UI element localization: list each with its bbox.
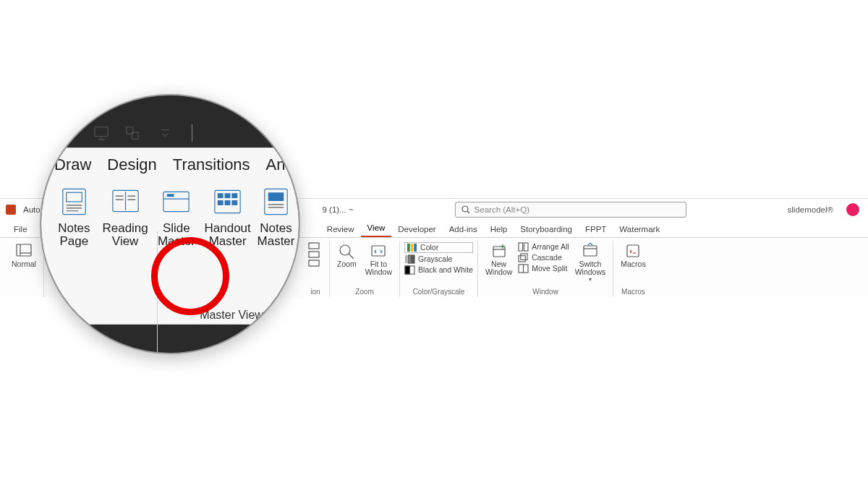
group-macros-label: Macros — [618, 287, 648, 297]
group-presentation-views-label — [9, 287, 39, 297]
svg-rect-15 — [409, 255, 412, 263]
reading-view-label: Reading View — [102, 222, 148, 248]
svg-rect-57 — [218, 200, 224, 205]
fit-to-window-button[interactable]: Fit to Window — [362, 241, 395, 276]
grayscale-label: Grayscale — [418, 255, 452, 264]
search-input[interactable]: Search (Alt+Q) — [455, 202, 686, 218]
cascade-button[interactable]: Cascade — [518, 253, 569, 262]
cascade-label: Cascade — [532, 254, 561, 262]
group-master-views-fragment-label: ion — [306, 287, 325, 297]
slide-master-button[interactable]: Slide Master — [151, 186, 203, 248]
qat-customize-icon[interactable] — [156, 125, 174, 141]
chevron-down-icon: ▾ — [589, 277, 592, 283]
tab-fppt[interactable]: FPPT — [579, 222, 613, 237]
svg-rect-26 — [521, 254, 527, 260]
slideshow-qat-icon[interactable] — [92, 125, 111, 141]
notes-master-button[interactable]: Notes Master — [253, 186, 299, 248]
svg-rect-23 — [519, 243, 523, 251]
svg-rect-2 — [17, 244, 31, 256]
tab-file[interactable]: File — [7, 222, 34, 237]
fit-to-window-label: Fit to Window — [365, 260, 392, 276]
svg-rect-52 — [167, 194, 174, 197]
normal-view-button[interactable]: Normal — [9, 241, 39, 268]
black-white-button[interactable]: Black and White — [404, 265, 473, 275]
notes-page-label: Notes Page — [58, 222, 90, 248]
group-window-label: Window — [482, 287, 608, 297]
username: slidemodel® — [788, 205, 833, 214]
group-zoom-label: Zoom — [334, 287, 395, 297]
new-window-button[interactable]: New Window — [482, 241, 515, 276]
mag-group-separator — [157, 231, 158, 354]
zoom-button[interactable]: Zoom — [334, 241, 359, 268]
svg-point-8 — [340, 245, 350, 255]
group-color-grayscale: Color Grayscale Black and White Color/Gr… — [400, 241, 478, 297]
switch-windows-button[interactable]: Switch Windows ▾ — [572, 241, 609, 283]
grayscale-button[interactable]: Grayscale — [404, 254, 473, 264]
group-color-label: Color/Grayscale — [404, 287, 473, 297]
zoom-label: Zoom — [337, 260, 357, 268]
svg-rect-14 — [405, 255, 408, 263]
notes-master-label: Notes Master — [258, 222, 295, 248]
svg-rect-55 — [225, 193, 231, 198]
search-icon — [461, 205, 470, 214]
svg-rect-10 — [372, 246, 385, 256]
svg-rect-18 — [405, 266, 410, 274]
svg-line-1 — [467, 211, 469, 213]
svg-rect-13 — [414, 244, 417, 252]
tab-review[interactable]: Review — [320, 222, 361, 237]
svg-rect-12 — [411, 244, 414, 252]
mag-master-views-buttons: Notes Page Reading View Slide Master Han… — [41, 183, 299, 248]
normal-view-label: Normal — [12, 260, 36, 268]
move-split-button[interactable]: Move Split — [518, 264, 569, 273]
tab-help[interactable]: Help — [484, 222, 514, 237]
new-window-label: New Window — [485, 260, 512, 276]
mag-tabs: Draw Design Transitions Animatio — [41, 148, 299, 183]
color-button[interactable]: Color — [404, 242, 473, 253]
handout-master-button[interactable]: Handout Master — [202, 186, 253, 248]
reading-view-button[interactable]: Reading View — [100, 186, 151, 248]
avatar[interactable] — [846, 203, 859, 216]
tab-addins[interactable]: Add-ins — [443, 222, 484, 237]
mag-tab-draw[interactable]: Draw — [54, 155, 91, 174]
group-macros: Macros Macros — [613, 241, 652, 297]
slide-master-label: Slide Master — [158, 222, 195, 248]
mag-tab-animations-partial[interactable]: Animatio — [266, 155, 300, 174]
tab-watermark[interactable]: Watermark — [613, 222, 666, 237]
svg-rect-25 — [519, 256, 525, 262]
handout-master-label: Handout Master — [204, 222, 250, 248]
macros-button[interactable]: Macros — [618, 241, 648, 268]
svg-rect-61 — [268, 192, 284, 201]
svg-rect-31 — [627, 245, 639, 257]
filename-suffix: 9 (1)... ~ — [322, 205, 353, 214]
tab-view[interactable]: View — [361, 221, 392, 237]
svg-rect-33 — [95, 127, 108, 137]
group-zoom: Zoom Fit to Window Zoom — [330, 241, 400, 297]
tab-developer[interactable]: Developer — [391, 222, 442, 237]
powerpoint-app-icon — [6, 205, 16, 215]
mag-group-master-views-label: Master Views — [177, 309, 292, 322]
color-label: Color — [420, 244, 438, 252]
svg-rect-7 — [309, 260, 319, 266]
mag-tab-design[interactable]: Design — [107, 155, 156, 174]
svg-rect-11 — [407, 244, 410, 252]
svg-rect-54 — [218, 193, 224, 198]
svg-rect-24 — [524, 243, 529, 251]
svg-rect-56 — [232, 193, 238, 198]
mag-group-presentation-views-label: ws — [54, 309, 156, 322]
shapes-qat-icon[interactable] — [124, 125, 142, 141]
notes-page-button[interactable]: Notes Page — [48, 186, 100, 248]
svg-rect-40 — [67, 192, 82, 202]
black-white-label: Black and White — [418, 266, 473, 275]
macros-label: Macros — [621, 260, 645, 268]
group-master-views-fragment: ion — [306, 241, 330, 297]
magnifier-overlay: Draw Design Transitions Animatio Notes P… — [40, 94, 300, 354]
mag-quick-access-toolbar — [92, 124, 192, 142]
arrange-all-button[interactable]: Arrange All — [518, 242, 569, 252]
tab-storyboarding[interactable]: Storyboarding — [514, 222, 579, 237]
svg-rect-16 — [412, 255, 414, 263]
arrange-all-label: Arrange All — [532, 243, 569, 252]
search-placeholder: Search (Alt+Q) — [475, 205, 529, 214]
svg-point-0 — [462, 206, 468, 212]
mag-tab-transitions[interactable]: Transitions — [173, 155, 250, 174]
move-split-label: Move Split — [532, 265, 567, 273]
